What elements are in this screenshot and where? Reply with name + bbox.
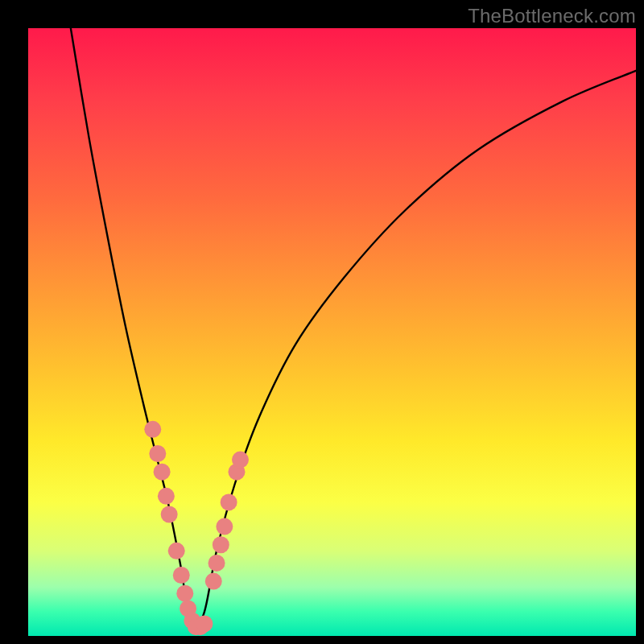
curve-marker [144, 421, 161, 438]
curve-markers [144, 421, 249, 635]
curve-marker [205, 573, 222, 590]
curve-marker [173, 567, 190, 584]
curve-marker [221, 493, 237, 510]
curve-marker [232, 452, 249, 469]
curve-marker [149, 445, 166, 462]
chart-frame: TheBottleneck.com [0, 0, 644, 644]
watermark-text: TheBottleneck.com [468, 5, 636, 27]
curve-marker [158, 488, 175, 505]
curve-marker [216, 518, 233, 535]
curve-marker [168, 543, 185, 559]
bottleneck-curve [71, 28, 636, 633]
curve-marker [176, 585, 193, 602]
plot-area [28, 28, 636, 636]
curve-marker [161, 506, 178, 523]
curve-marker [213, 536, 229, 553]
curve-marker [154, 464, 171, 481]
curve-marker [196, 615, 213, 632]
curve-svg [28, 28, 636, 636]
curve-marker [208, 555, 225, 572]
